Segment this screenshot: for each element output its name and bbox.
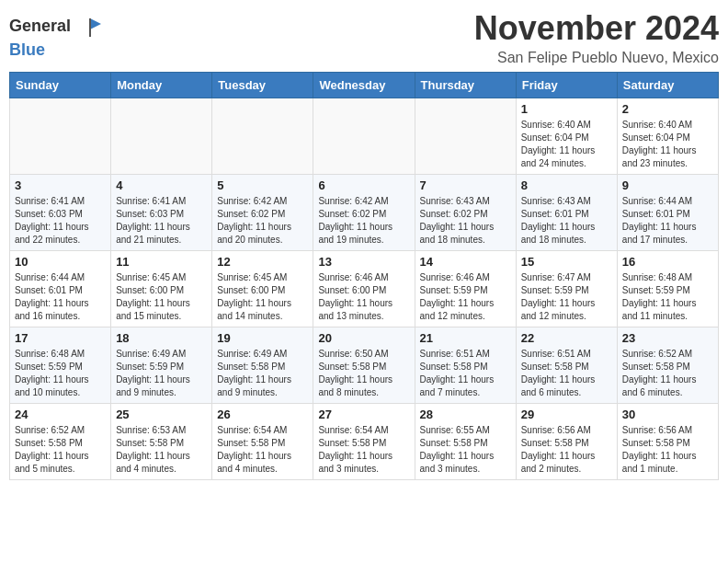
day-number: 9 xyxy=(622,178,713,192)
calendar-cell xyxy=(313,98,415,175)
page-header: General Blue November 2024 San Felipe Pu… xyxy=(9,9,719,66)
day-info: Sunrise: 6:56 AM Sunset: 5:58 PM Dayligh… xyxy=(622,424,713,476)
day-info: Sunrise: 6:40 AM Sunset: 6:04 PM Dayligh… xyxy=(521,119,612,170)
calendar-cell xyxy=(10,98,111,175)
calendar-cell: 7Sunrise: 6:43 AM Sunset: 6:02 PM Daylig… xyxy=(415,175,516,251)
day-number: 10 xyxy=(15,255,106,269)
calendar-cell xyxy=(415,98,516,175)
calendar-cell: 6Sunrise: 6:42 AM Sunset: 6:02 PM Daylig… xyxy=(313,175,415,251)
calendar-cell: 8Sunrise: 6:43 AM Sunset: 6:01 PM Daylig… xyxy=(516,175,617,251)
day-number: 24 xyxy=(15,408,106,421)
day-info: Sunrise: 6:53 AM Sunset: 5:58 PM Dayligh… xyxy=(116,424,207,476)
calendar-table: SundayMondayTuesdayWednesdayThursdayFrid… xyxy=(9,72,719,480)
calendar-cell: 28Sunrise: 6:55 AM Sunset: 5:58 PM Dayli… xyxy=(415,404,516,480)
day-number: 22 xyxy=(521,331,612,345)
logo-flag-icon xyxy=(77,15,103,40)
calendar-cell: 17Sunrise: 6:48 AM Sunset: 5:59 PM Dayli… xyxy=(10,327,111,404)
day-number: 4 xyxy=(116,178,207,192)
day-info: Sunrise: 6:46 AM Sunset: 6:00 PM Dayligh… xyxy=(318,271,409,323)
calendar-cell xyxy=(111,98,212,175)
weekday-header-friday: Friday xyxy=(516,73,617,98)
calendar-cell: 9Sunrise: 6:44 AM Sunset: 6:01 PM Daylig… xyxy=(617,175,718,251)
day-number: 25 xyxy=(116,408,207,421)
day-info: Sunrise: 6:49 AM Sunset: 5:58 PM Dayligh… xyxy=(217,348,308,399)
weekday-header-wednesday: Wednesday xyxy=(313,73,415,98)
calendar-header-row: SundayMondayTuesdayWednesdayThursdayFrid… xyxy=(10,73,719,98)
calendar-cell: 12Sunrise: 6:45 AM Sunset: 6:00 PM Dayli… xyxy=(212,251,313,327)
calendar-cell: 30Sunrise: 6:56 AM Sunset: 5:58 PM Dayli… xyxy=(617,404,718,480)
day-number: 7 xyxy=(420,178,511,192)
month-title: November 2024 xyxy=(474,9,719,48)
calendar-cell: 3Sunrise: 6:41 AM Sunset: 6:03 PM Daylig… xyxy=(10,175,111,251)
calendar-week-3: 10Sunrise: 6:44 AM Sunset: 6:01 PM Dayli… xyxy=(10,251,719,327)
calendar-cell: 15Sunrise: 6:47 AM Sunset: 5:59 PM Dayli… xyxy=(516,251,617,327)
day-number: 20 xyxy=(318,331,409,345)
calendar-week-5: 24Sunrise: 6:52 AM Sunset: 5:58 PM Dayli… xyxy=(10,404,719,480)
day-info: Sunrise: 6:47 AM Sunset: 5:59 PM Dayligh… xyxy=(521,271,612,323)
calendar-cell: 23Sunrise: 6:52 AM Sunset: 5:58 PM Dayli… xyxy=(617,327,718,404)
location-title: San Felipe Pueblo Nuevo, Mexico xyxy=(474,50,719,66)
day-number: 15 xyxy=(521,255,612,269)
calendar-week-1: 1Sunrise: 6:40 AM Sunset: 6:04 PM Daylig… xyxy=(10,98,719,175)
logo: General Blue xyxy=(9,15,103,60)
day-number: 16 xyxy=(622,255,713,269)
day-number: 27 xyxy=(318,408,409,421)
day-number: 1 xyxy=(521,102,612,116)
day-info: Sunrise: 6:48 AM Sunset: 5:59 PM Dayligh… xyxy=(622,271,713,323)
day-info: Sunrise: 6:42 AM Sunset: 6:02 PM Dayligh… xyxy=(318,195,409,247)
day-info: Sunrise: 6:48 AM Sunset: 5:59 PM Dayligh… xyxy=(15,348,106,399)
day-info: Sunrise: 6:50 AM Sunset: 5:58 PM Dayligh… xyxy=(318,348,409,399)
calendar-week-2: 3Sunrise: 6:41 AM Sunset: 6:03 PM Daylig… xyxy=(10,175,719,251)
logo-blue: Blue xyxy=(9,40,103,60)
day-info: Sunrise: 6:46 AM Sunset: 5:59 PM Dayligh… xyxy=(420,271,511,323)
day-info: Sunrise: 6:54 AM Sunset: 5:58 PM Dayligh… xyxy=(217,424,308,476)
day-number: 28 xyxy=(420,408,511,421)
day-info: Sunrise: 6:52 AM Sunset: 5:58 PM Dayligh… xyxy=(622,348,713,399)
day-info: Sunrise: 6:41 AM Sunset: 6:03 PM Dayligh… xyxy=(116,195,207,247)
calendar-cell: 21Sunrise: 6:51 AM Sunset: 5:58 PM Dayli… xyxy=(415,327,516,404)
svg-marker-0 xyxy=(90,18,101,29)
day-number: 3 xyxy=(15,178,106,192)
calendar-cell: 16Sunrise: 6:48 AM Sunset: 5:59 PM Dayli… xyxy=(617,251,718,327)
day-info: Sunrise: 6:44 AM Sunset: 6:01 PM Dayligh… xyxy=(15,271,106,323)
calendar-cell xyxy=(212,98,313,175)
calendar-cell: 14Sunrise: 6:46 AM Sunset: 5:59 PM Dayli… xyxy=(415,251,516,327)
calendar-cell: 27Sunrise: 6:54 AM Sunset: 5:58 PM Dayli… xyxy=(313,404,415,480)
day-number: 13 xyxy=(318,255,409,269)
day-number: 2 xyxy=(622,102,713,116)
calendar-cell: 19Sunrise: 6:49 AM Sunset: 5:58 PM Dayli… xyxy=(212,327,313,404)
calendar-cell: 26Sunrise: 6:54 AM Sunset: 5:58 PM Dayli… xyxy=(212,404,313,480)
logo-general: General xyxy=(9,17,71,35)
day-info: Sunrise: 6:52 AM Sunset: 5:58 PM Dayligh… xyxy=(15,424,106,476)
weekday-header-tuesday: Tuesday xyxy=(212,73,313,98)
calendar-cell: 1Sunrise: 6:40 AM Sunset: 6:04 PM Daylig… xyxy=(516,98,617,175)
svg-rect-1 xyxy=(89,18,91,37)
day-number: 6 xyxy=(318,178,409,192)
calendar-cell: 10Sunrise: 6:44 AM Sunset: 6:01 PM Dayli… xyxy=(10,251,111,327)
calendar-cell: 13Sunrise: 6:46 AM Sunset: 6:00 PM Dayli… xyxy=(313,251,415,327)
calendar-cell: 5Sunrise: 6:42 AM Sunset: 6:02 PM Daylig… xyxy=(212,175,313,251)
day-info: Sunrise: 6:51 AM Sunset: 5:58 PM Dayligh… xyxy=(420,348,511,399)
title-block: November 2024 San Felipe Pueblo Nuevo, M… xyxy=(474,9,719,66)
weekday-header-sunday: Sunday xyxy=(10,73,111,98)
day-number: 21 xyxy=(420,331,511,345)
day-info: Sunrise: 6:44 AM Sunset: 6:01 PM Dayligh… xyxy=(622,195,713,247)
weekday-header-thursday: Thursday xyxy=(415,73,516,98)
day-number: 18 xyxy=(116,331,207,345)
calendar-cell: 20Sunrise: 6:50 AM Sunset: 5:58 PM Dayli… xyxy=(313,327,415,404)
day-info: Sunrise: 6:55 AM Sunset: 5:58 PM Dayligh… xyxy=(420,424,511,476)
weekday-header-saturday: Saturday xyxy=(617,73,718,98)
day-number: 29 xyxy=(521,408,612,421)
day-number: 14 xyxy=(420,255,511,269)
day-info: Sunrise: 6:45 AM Sunset: 6:00 PM Dayligh… xyxy=(116,271,207,323)
day-number: 23 xyxy=(622,331,713,345)
weekday-header-monday: Monday xyxy=(111,73,212,98)
day-number: 8 xyxy=(521,178,612,192)
calendar-cell: 2Sunrise: 6:40 AM Sunset: 6:04 PM Daylig… xyxy=(617,98,718,175)
day-info: Sunrise: 6:49 AM Sunset: 5:59 PM Dayligh… xyxy=(116,348,207,399)
day-number: 17 xyxy=(15,331,106,345)
calendar-cell: 4Sunrise: 6:41 AM Sunset: 6:03 PM Daylig… xyxy=(111,175,212,251)
calendar-cell: 25Sunrise: 6:53 AM Sunset: 5:58 PM Dayli… xyxy=(111,404,212,480)
calendar-cell: 24Sunrise: 6:52 AM Sunset: 5:58 PM Dayli… xyxy=(10,404,111,480)
day-info: Sunrise: 6:56 AM Sunset: 5:58 PM Dayligh… xyxy=(521,424,612,476)
